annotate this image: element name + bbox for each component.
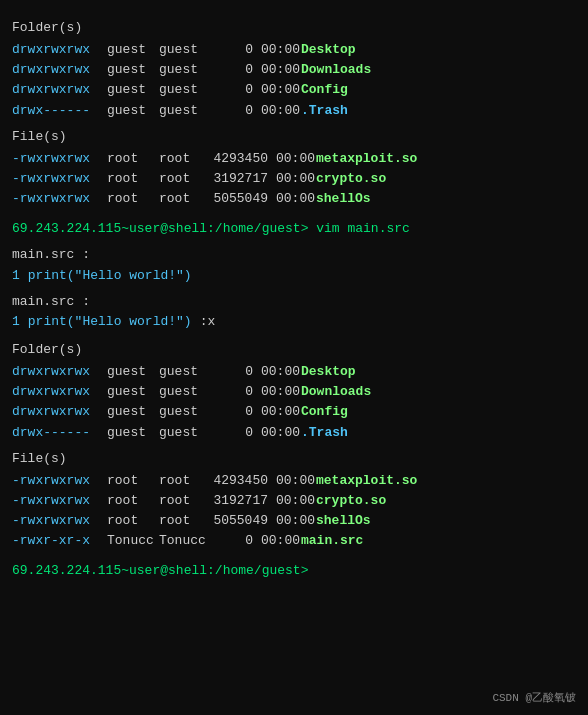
file-name: metaxploit.so <box>316 149 417 169</box>
folder-name: Desktop <box>301 362 356 382</box>
user: guest <box>107 402 159 422</box>
size: 0 <box>211 531 261 551</box>
vim1-header: main.src : <box>12 245 576 265</box>
perms: -rwxrwxrwx <box>12 189 107 209</box>
folder2-row-3: drwxrwxrwx guest guest 0 00:00 Config <box>12 402 576 422</box>
group: guest <box>159 423 211 443</box>
watermark: CSDN @乙酸氧铍 <box>492 690 576 707</box>
perms: drwx------ <box>12 423 107 443</box>
vim-code-text: print("Hello world!") <box>28 312 192 332</box>
user: root <box>107 189 159 209</box>
perms: -rwxrwxrwx <box>12 169 107 189</box>
size: 0 <box>211 40 261 60</box>
user: guest <box>107 101 159 121</box>
file-name: shellOs <box>316 511 371 531</box>
folder-name: Config <box>301 80 348 100</box>
group: root <box>159 471 211 491</box>
perms: -rwxrwxrwx <box>12 511 107 531</box>
group: guest <box>159 362 211 382</box>
folder-name: Desktop <box>301 40 356 60</box>
folder-name: Config <box>301 402 348 422</box>
time: 00:00 <box>261 402 301 422</box>
size: 0 <box>211 80 261 100</box>
size: 3192717 <box>211 169 276 189</box>
file2-row-3: -rwxrwxrwx root root 5055049 00:00 shell… <box>12 511 576 531</box>
file2-row-4: -rwxr-xr-x Tonucc Tonucc 0 00:00 main.sr… <box>12 531 576 551</box>
folder-row-2: drwxrwxrwx guest guest 0 00:00 Downloads <box>12 60 576 80</box>
group: guest <box>159 101 211 121</box>
user: guest <box>107 40 159 60</box>
user: guest <box>107 382 159 402</box>
time: 00:00 <box>261 423 301 443</box>
group: root <box>159 189 211 209</box>
size: 4293450 <box>211 149 276 169</box>
vim2-header: main.src : <box>12 292 576 312</box>
size: 3192717 <box>211 491 276 511</box>
perms: drwxrwxrwx <box>12 362 107 382</box>
folder-row-3: drwxrwxrwx guest guest 0 00:00 Config <box>12 80 576 100</box>
perms: drwxrwxrwx <box>12 40 107 60</box>
vim-line-number: 1 <box>12 312 20 332</box>
folder-name: Downloads <box>301 60 371 80</box>
file-name-main: main.src <box>301 531 363 551</box>
perms: drwx------ <box>12 101 107 121</box>
section2-header: File(s) <box>12 127 576 147</box>
group: root <box>159 491 211 511</box>
user: root <box>107 149 159 169</box>
group: root <box>159 511 211 531</box>
file-name: shellOs <box>316 189 371 209</box>
perms: drwxrwxrwx <box>12 402 107 422</box>
time: 00:00 <box>261 60 301 80</box>
size: 0 <box>211 423 261 443</box>
user: Tonucc <box>107 531 159 551</box>
time: 00:00 <box>261 40 301 60</box>
user: guest <box>107 423 159 443</box>
file-name: metaxploit.so <box>316 471 417 491</box>
group: guest <box>159 60 211 80</box>
time: 00:00 <box>276 491 316 511</box>
group: guest <box>159 402 211 422</box>
user: guest <box>107 80 159 100</box>
size: 4293450 <box>211 471 276 491</box>
size: 5055049 <box>211 511 276 531</box>
time: 00:00 <box>261 531 301 551</box>
perms: -rwxrwxrwx <box>12 471 107 491</box>
time: 00:00 <box>276 511 316 531</box>
folder-name: Downloads <box>301 382 371 402</box>
size: 0 <box>211 382 261 402</box>
perms: drwxrwxrwx <box>12 60 107 80</box>
folder-row-1: drwxrwxrwx guest guest 0 00:00 Desktop <box>12 40 576 60</box>
time: 00:00 <box>276 189 316 209</box>
user: root <box>107 511 159 531</box>
folder2-row-1: drwxrwxrwx guest guest 0 00:00 Desktop <box>12 362 576 382</box>
section4-header: File(s) <box>12 449 576 469</box>
size: 0 <box>211 362 261 382</box>
group: Tonucc <box>159 531 211 551</box>
group: guest <box>159 382 211 402</box>
file2-row-1: -rwxrwxrwx root root 4293450 00:00 metax… <box>12 471 576 491</box>
file2-row-2: -rwxrwxrwx root root 3192717 00:00 crypt… <box>12 491 576 511</box>
folder-row-4: drwx------ guest guest 0 00:00 .Trash <box>12 101 576 121</box>
perms: drwxrwxrwx <box>12 382 107 402</box>
user: guest <box>107 362 159 382</box>
time: 00:00 <box>261 382 301 402</box>
prompt-line-1: 69.243.224.115~user@shell:/home/guest> v… <box>12 219 576 239</box>
perms: drwxrwxrwx <box>12 80 107 100</box>
folder-name-trash: .Trash <box>301 423 348 443</box>
time: 00:00 <box>261 101 301 121</box>
perms: -rwxr-xr-x <box>12 531 107 551</box>
vim-line-number: 1 <box>12 266 20 286</box>
vim-code: print("Hello world!") <box>28 266 192 286</box>
time: 00:00 <box>276 149 316 169</box>
file-name: crypto.so <box>316 491 386 511</box>
vim-session-2: main.src : 1 print("Hello world!"):x <box>12 292 576 332</box>
size: 0 <box>211 60 261 80</box>
time: 00:00 <box>276 471 316 491</box>
file-row-2: -rwxrwxrwx root root 3192717 00:00 crypt… <box>12 169 576 189</box>
section3-header: Folder(s) <box>12 340 576 360</box>
file-row-3: -rwxrwxrwx root root 5055049 00:00 shell… <box>12 189 576 209</box>
user: root <box>107 491 159 511</box>
time: 00:00 <box>276 169 316 189</box>
folder2-row-4: drwx------ guest guest 0 00:00 .Trash <box>12 423 576 443</box>
folder2-row-2: drwxrwxrwx guest guest 0 00:00 Downloads <box>12 382 576 402</box>
